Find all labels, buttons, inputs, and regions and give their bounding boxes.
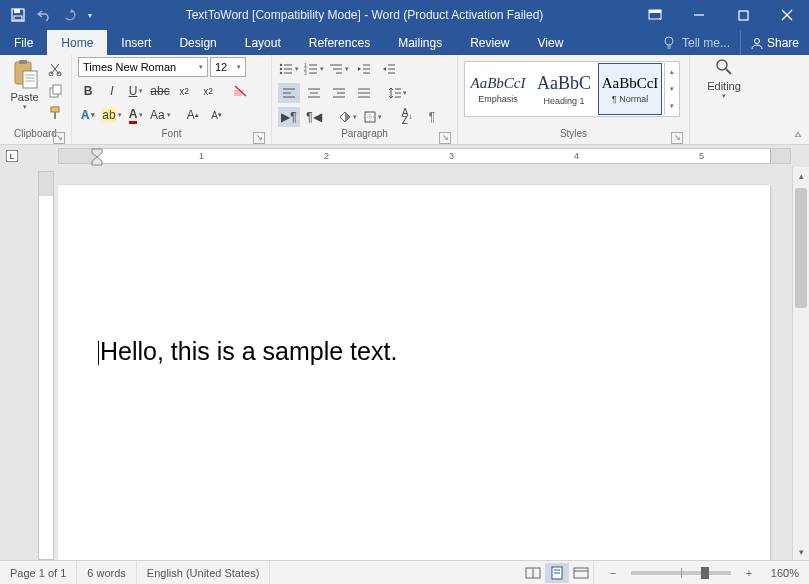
scroll-track[interactable]: [793, 184, 809, 543]
clipboard-launcher-icon[interactable]: ↘: [53, 132, 65, 144]
decrease-indent-button[interactable]: [353, 59, 375, 79]
paste-dropdown-icon[interactable]: ▾: [23, 103, 27, 111]
tab-references[interactable]: References: [295, 30, 384, 55]
styles-row-down-icon[interactable]: ▾: [665, 80, 678, 97]
qat-customize-icon[interactable]: ▾: [84, 3, 96, 27]
styles-expand-icon[interactable]: ▾: [665, 98, 678, 115]
highlight-button[interactable]: ab: [102, 105, 122, 125]
ribbon: Paste ▾ Clipboard↘ Times New Roman▾ 12▾ …: [0, 55, 809, 145]
tab-layout[interactable]: Layout: [231, 30, 295, 55]
styles-launcher-icon[interactable]: ↘: [671, 132, 683, 144]
paragraph-launcher-icon[interactable]: ↘: [439, 132, 451, 144]
tab-view[interactable]: View: [524, 30, 578, 55]
ribbon-tabs: File Home Insert Design Layout Reference…: [0, 30, 809, 55]
line-spacing-button[interactable]: [387, 83, 409, 103]
scroll-up-icon[interactable]: ▴: [793, 167, 809, 184]
cut-icon[interactable]: [45, 59, 65, 79]
grow-font-button[interactable]: A▴: [183, 105, 203, 125]
align-right-button[interactable]: [328, 83, 350, 103]
rtl-direction-button[interactable]: ¶◀: [303, 107, 325, 127]
maximize-icon[interactable]: [721, 0, 765, 30]
redo-icon[interactable]: [58, 3, 82, 27]
zoom-level[interactable]: 160%: [761, 567, 809, 579]
svg-point-66: [717, 60, 727, 70]
align-center-button[interactable]: [303, 83, 325, 103]
format-painter-icon[interactable]: [45, 103, 65, 123]
read-mode-icon[interactable]: [521, 563, 545, 583]
style-heading-1[interactable]: AaBbC Heading 1: [532, 63, 596, 115]
italic-button[interactable]: I: [102, 81, 122, 101]
justify-button[interactable]: [353, 83, 375, 103]
bullets-button[interactable]: [278, 59, 300, 79]
horizontal-ruler[interactable]: 1 2 3 4 5: [58, 148, 791, 164]
copy-icon[interactable]: [45, 81, 65, 101]
change-case-button[interactable]: Aa: [150, 105, 171, 125]
subscript-button[interactable]: x2: [174, 81, 194, 101]
tab-review[interactable]: Review: [456, 30, 523, 55]
vertical-ruler[interactable]: [38, 171, 54, 560]
tab-mailings[interactable]: Mailings: [384, 30, 456, 55]
tab-home[interactable]: Home: [47, 30, 107, 55]
ruler-mark: 4: [574, 151, 579, 161]
multilevel-list-button[interactable]: [328, 59, 350, 79]
style-name: ¶ Normal: [612, 94, 648, 104]
tab-selector[interactable]: L: [6, 150, 18, 162]
shrink-font-button[interactable]: A▾: [207, 105, 227, 125]
share-button[interactable]: Share: [740, 30, 809, 55]
status-word-count[interactable]: 6 words: [77, 561, 137, 584]
underline-button[interactable]: U: [126, 81, 146, 101]
scroll-thumb[interactable]: [795, 188, 807, 308]
paste-label[interactable]: Paste: [10, 91, 38, 103]
page-viewport[interactable]: Hello, this is a sample text.: [58, 167, 792, 560]
web-layout-icon[interactable]: [569, 563, 593, 583]
font-color-button[interactable]: A: [126, 105, 146, 125]
scroll-down-icon[interactable]: ▾: [793, 543, 809, 560]
zoom-in-icon[interactable]: +: [737, 563, 761, 583]
ltr-direction-button[interactable]: ▶¶: [278, 107, 300, 127]
styles-gallery-more: ▴ ▾ ▾: [664, 63, 678, 115]
undo-icon[interactable]: [32, 3, 56, 27]
text-effects-button[interactable]: A: [78, 105, 98, 125]
align-left-button[interactable]: [278, 83, 300, 103]
tab-file[interactable]: File: [0, 30, 47, 55]
style-name: Heading 1: [543, 96, 584, 106]
minimize-icon[interactable]: [677, 0, 721, 30]
person-icon: [751, 37, 763, 49]
collapse-ribbon-icon[interactable]: ㅿ: [793, 128, 803, 142]
document-body[interactable]: Hello, this is a sample text.: [98, 337, 730, 366]
save-icon[interactable]: [6, 3, 30, 27]
bold-button[interactable]: B: [78, 81, 98, 101]
status-page[interactable]: Page 1 of 1: [0, 561, 77, 584]
status-language[interactable]: English (United States): [137, 561, 271, 584]
zoom-slider-knob[interactable]: [701, 567, 709, 579]
tell-me-search[interactable]: Tell me...: [652, 30, 740, 55]
zoom-out-icon[interactable]: −: [601, 563, 625, 583]
show-paragraph-marks-button[interactable]: ¶: [421, 107, 443, 127]
font-name-combo[interactable]: Times New Roman▾: [78, 57, 208, 77]
strikethrough-button[interactable]: abc: [150, 81, 170, 101]
group-editing: Editing ▾: [690, 55, 809, 144]
paste-button[interactable]: [11, 59, 39, 89]
editing-button[interactable]: Editing ▾: [696, 57, 752, 100]
sort-button[interactable]: AZ↓: [396, 107, 418, 127]
style-emphasis[interactable]: AaBbCcI Emphasis: [466, 63, 530, 115]
shading-button[interactable]: [337, 107, 359, 127]
style-normal[interactable]: AaBbCcI ¶ Normal: [598, 63, 662, 115]
clear-formatting-icon[interactable]: [232, 81, 252, 101]
increase-indent-button[interactable]: [378, 59, 400, 79]
print-layout-icon[interactable]: [545, 563, 569, 583]
indent-markers-icon[interactable]: [91, 148, 105, 166]
borders-button[interactable]: [362, 107, 384, 127]
numbering-button[interactable]: 123: [303, 59, 325, 79]
zoom-slider[interactable]: [631, 571, 731, 575]
font-size-combo[interactable]: 12▾: [210, 57, 246, 77]
tab-insert[interactable]: Insert: [107, 30, 165, 55]
paragraph-group-label: Paragraph: [341, 128, 388, 139]
styles-row-up-icon[interactable]: ▴: [665, 63, 678, 80]
tab-design[interactable]: Design: [165, 30, 230, 55]
font-launcher-icon[interactable]: ↘: [253, 132, 265, 144]
superscript-button[interactable]: x2: [198, 81, 218, 101]
ribbon-display-options-icon[interactable]: [633, 0, 677, 30]
close-icon[interactable]: [765, 0, 809, 30]
style-sample: AaBbC: [537, 73, 591, 94]
